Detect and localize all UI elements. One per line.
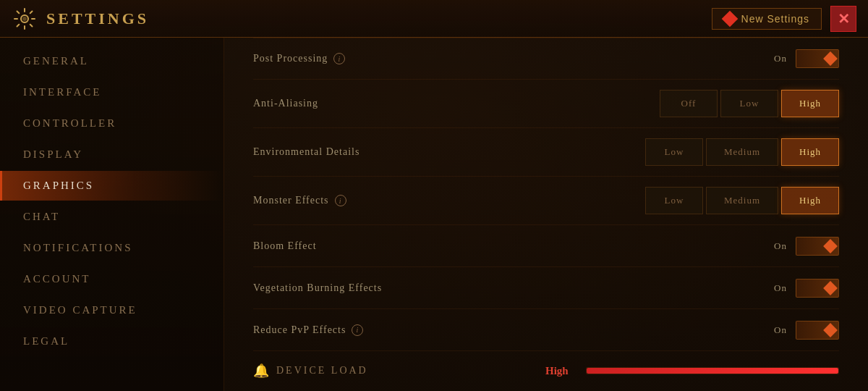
new-settings-label: New Settings (741, 13, 809, 25)
env-details-medium-btn[interactable]: Medium (706, 138, 778, 166)
sidebar-item-interface[interactable]: INTERFACE (0, 77, 224, 107)
diamond-icon (721, 10, 738, 27)
pvp-toggle[interactable] (796, 321, 839, 340)
env-details-high-btn[interactable]: High (781, 138, 839, 166)
sidebar-item-general[interactable]: GENERAL (0, 46, 224, 76)
sidebar-item-account[interactable]: ACCOUNT (0, 264, 224, 294)
toggle-diamond-icon (823, 51, 838, 66)
env-details-btn-group: Low Medium High (645, 138, 839, 166)
vegetation-toggle-value: On (774, 282, 787, 294)
bloom-toggle-value: On (774, 240, 787, 252)
sidebar-item-graphics[interactable]: GRAPHICS (0, 171, 224, 201)
post-processing-info-icon[interactable]: i (333, 53, 345, 64)
toggle-diamond-icon-veg (823, 281, 838, 295)
env-details-low-btn[interactable]: Low (645, 138, 703, 166)
toggle-diamond-icon-bloom (823, 239, 838, 253)
post-processing-label: Post Processing i (253, 53, 345, 64)
settings-title: SETTINGS (46, 9, 149, 28)
setting-row-env-details: Environmental Details Low Medium High (253, 128, 839, 177)
device-load-title: DEVICE LOAD (276, 365, 368, 377)
gear-icon (12, 6, 38, 32)
post-processing-toggle[interactable] (796, 49, 839, 68)
monster-effects-info-icon[interactable]: i (335, 195, 346, 206)
setting-row-anti-aliasing: Anti-Aliasing Off Low High (253, 80, 839, 128)
sidebar-item-display[interactable]: DISPLAY (0, 140, 224, 169)
vegetation-toggle-container: On (774, 279, 839, 298)
sidebar-item-notifications[interactable]: NOTIFICATIONS (0, 233, 224, 263)
monster-effects-label: Monster Effects i (253, 195, 346, 206)
post-processing-toggle-container: On (774, 49, 839, 68)
new-settings-button[interactable]: New Settings (712, 8, 822, 30)
device-load-bar-fill (587, 368, 838, 374)
svg-point-1 (22, 17, 27, 21)
pvp-toggle-value: On (774, 324, 787, 336)
anti-aliasing-btn-group: Off Low High (660, 90, 839, 117)
sidebar-item-legal[interactable]: LEGAL (0, 327, 224, 356)
close-button[interactable]: ✕ (830, 6, 856, 32)
monster-effects-btn-group: Low Medium High (645, 187, 839, 214)
monster-effects-high-btn[interactable]: High (781, 187, 839, 214)
header-right: New Settings ✕ (712, 6, 856, 32)
anti-aliasing-label: Anti-Aliasing (253, 98, 318, 109)
device-load-label-container: 🔔 DEVICE LOAD (253, 363, 398, 379)
pvp-info-icon[interactable]: i (352, 324, 363, 336)
setting-row-pvp: Reduce PvP Effects i On (253, 309, 839, 351)
device-load-bar-container (586, 367, 839, 374)
bloom-label: Bloom Effect (253, 240, 317, 252)
env-details-label: Environmental Details (253, 146, 359, 158)
main-content: GENERAL INTERFACE CONTROLLER DISPLAY GRA… (0, 38, 868, 391)
device-load-right: High (409, 365, 839, 377)
setting-row-vegetation: Vegetation Burning Effects On (253, 267, 839, 309)
setting-row-monster-effects: Monster Effects i Low Medium High (253, 177, 839, 225)
header-left: SETTINGS (12, 6, 149, 32)
bell-icon: 🔔 (253, 363, 269, 379)
anti-aliasing-off-btn[interactable]: Off (660, 90, 718, 117)
anti-aliasing-high-btn[interactable]: High (781, 90, 839, 117)
sidebar-item-controller[interactable]: CONTROLLER (0, 109, 224, 138)
sidebar: GENERAL INTERFACE CONTROLLER DISPLAY GRA… (0, 38, 224, 391)
pvp-label: Reduce PvP Effects i (253, 324, 363, 336)
pvp-toggle-container: On (774, 321, 839, 340)
header: SETTINGS New Settings ✕ (0, 0, 868, 38)
sidebar-item-video-capture[interactable]: VIDEO CAPTURE (0, 295, 224, 325)
settings-panel: Post Processing i On Anti-Aliasing Off (224, 38, 868, 391)
vegetation-label: Vegetation Burning Effects (253, 282, 382, 294)
post-processing-toggle-value: On (774, 53, 787, 64)
vegetation-toggle[interactable] (796, 279, 839, 298)
monster-effects-medium-btn[interactable]: Medium (706, 187, 778, 214)
toggle-diamond-icon-pvp (823, 323, 838, 337)
sidebar-item-chat[interactable]: CHAT (0, 202, 224, 232)
settings-container: SETTINGS New Settings ✕ GENERAL INTERFAC… (0, 0, 868, 391)
device-load-row: 🔔 DEVICE LOAD High (253, 351, 839, 390)
setting-row-bloom: Bloom Effect On (253, 225, 839, 267)
device-load-value: High (545, 365, 574, 377)
monster-effects-low-btn[interactable]: Low (645, 187, 703, 214)
anti-aliasing-low-btn[interactable]: Low (720, 90, 778, 117)
setting-row-post-processing: Post Processing i On (253, 38, 839, 80)
bloom-toggle-container: On (774, 237, 839, 256)
bloom-toggle[interactable] (796, 237, 839, 256)
